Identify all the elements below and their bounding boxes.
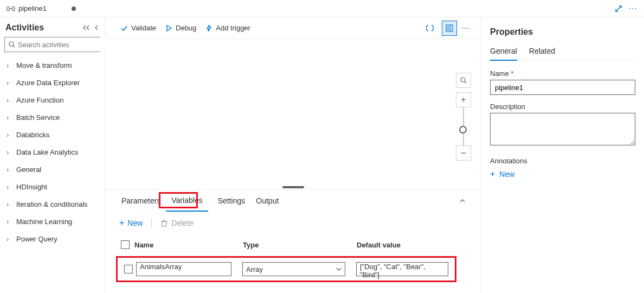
svg-rect-1 xyxy=(12,7,15,11)
svg-line-5 xyxy=(13,46,15,47)
search-field[interactable] xyxy=(18,37,109,52)
more-icon[interactable]: ··· xyxy=(629,4,637,14)
pipeline-canvas[interactable]: + − xyxy=(105,39,481,189)
category-power-query[interactable]: ›Power Query xyxy=(4,230,100,247)
category-azure-data-explorer[interactable]: ›Azure Data Explorer xyxy=(4,74,100,91)
variable-default-input[interactable]: ["Dog", "Cat", "Bear", "Bird"] xyxy=(356,262,448,276)
chevron-right-icon: › xyxy=(7,200,13,208)
expand-icon[interactable] xyxy=(615,5,622,12)
variable-name-input[interactable]: AnimalsArray xyxy=(136,262,231,276)
name-label: Name * xyxy=(490,69,635,78)
category-move-transform[interactable]: ›Move & transform xyxy=(4,56,100,74)
zoom-fit-button[interactable] xyxy=(456,73,471,88)
check-icon xyxy=(120,24,128,32)
separator xyxy=(151,218,152,228)
chevron-right-icon: › xyxy=(7,183,13,191)
pipeline-tab[interactable]: pipeline1 xyxy=(0,0,82,17)
svg-rect-14 xyxy=(162,221,166,226)
collapse-chevron-icon[interactable] xyxy=(94,24,99,31)
bottom-tabs: Parameters Variables Settings Output xyxy=(105,190,481,212)
tab-settings[interactable]: Settings xyxy=(212,190,251,212)
chevron-right-icon: › xyxy=(7,131,13,139)
tab-title: pipeline1 xyxy=(18,4,47,12)
variables-header-row: Name Type Default value xyxy=(116,237,470,253)
svg-rect-0 xyxy=(7,7,9,11)
svg-point-12 xyxy=(461,78,465,82)
zoom-in-button[interactable]: + xyxy=(456,92,471,107)
svg-point-4 xyxy=(9,42,14,46)
add-trigger-button[interactable]: Add trigger xyxy=(201,17,255,39)
chevron-right-icon: › xyxy=(7,79,13,87)
trash-icon xyxy=(160,219,168,227)
description-field[interactable] xyxy=(490,113,635,145)
delete-variable-button: Delete xyxy=(157,216,196,230)
zoom-slider-thumb[interactable] xyxy=(459,126,467,133)
chevron-down-icon xyxy=(336,267,342,271)
name-field[interactable] xyxy=(490,80,635,95)
properties-toggle-button[interactable] xyxy=(442,21,457,36)
properties-title: Properties xyxy=(490,27,635,37)
chevron-right-icon: › xyxy=(7,235,13,243)
col-default: Default value xyxy=(357,241,465,249)
play-icon xyxy=(165,24,172,32)
collapse-double-chevron-icon[interactable] xyxy=(83,24,91,31)
validate-button[interactable]: Validate xyxy=(116,17,160,39)
variable-type-select[interactable]: Array xyxy=(242,262,345,276)
new-variable-button[interactable]: + New xyxy=(116,216,146,230)
new-annotation-button[interactable]: + New xyxy=(490,169,635,179)
more-icon[interactable]: ··· xyxy=(461,23,470,33)
svg-line-13 xyxy=(465,81,466,83)
zoom-slider[interactable] xyxy=(463,107,464,145)
col-type: Type xyxy=(243,241,357,249)
chevron-right-icon: › xyxy=(7,218,13,226)
variable-row-highlight: AnimalsArray Array ["Dog", "Cat", "Bear"… xyxy=(116,256,456,282)
annotations-label: Annotations xyxy=(490,157,635,165)
plus-icon: + xyxy=(490,169,495,179)
highlight-variables-tab xyxy=(159,192,198,208)
zoom-out-button[interactable]: − xyxy=(456,145,471,161)
tab-output[interactable]: Output xyxy=(250,190,284,212)
unsaved-indicator-icon xyxy=(72,7,76,11)
tab-related[interactable]: Related xyxy=(529,47,555,60)
description-label: Description xyxy=(490,103,635,111)
svg-line-3 xyxy=(616,6,621,11)
category-machine-learning[interactable]: ›Machine Learning xyxy=(4,213,100,230)
category-iteration-conditionals[interactable]: ›Iteration & conditionals xyxy=(4,195,100,213)
pipeline-icon xyxy=(7,4,15,13)
tab-general[interactable]: General xyxy=(490,47,517,61)
select-all-checkbox[interactable] xyxy=(121,240,130,249)
category-azure-function[interactable]: ›Azure Function xyxy=(4,91,100,109)
chevron-right-icon: › xyxy=(7,113,13,122)
category-hdinsight[interactable]: ›HDInsight xyxy=(4,178,100,195)
chevron-right-icon: › xyxy=(7,61,13,69)
activities-title: Activities xyxy=(5,23,44,33)
plus-icon: + xyxy=(119,218,124,228)
properties-panel: Properties General Related Name * Descri… xyxy=(481,17,644,293)
debug-button[interactable]: Debug xyxy=(160,17,201,39)
lightning-icon xyxy=(205,24,212,32)
col-name: Name xyxy=(134,241,243,249)
chevron-right-icon: › xyxy=(7,96,13,104)
panel-resize-handle[interactable] xyxy=(282,186,304,188)
category-general[interactable]: ›General xyxy=(4,161,100,178)
row-checkbox[interactable] xyxy=(124,265,133,273)
activities-panel: Activities ›Move & transform › xyxy=(0,17,105,293)
collapse-panel-button[interactable] xyxy=(455,198,470,203)
search-icon xyxy=(8,41,16,48)
chevron-right-icon: › xyxy=(7,165,13,174)
svg-marker-6 xyxy=(167,26,171,31)
search-input[interactable] xyxy=(4,37,100,52)
pipeline-toolbar: Validate Debug Add trigger xyxy=(105,17,481,39)
chevron-right-icon: › xyxy=(7,148,13,156)
category-databricks[interactable]: ›Databricks xyxy=(4,126,100,143)
category-data-lake-analytics[interactable]: ›Data Lake Analytics xyxy=(4,143,100,161)
json-view-button[interactable] xyxy=(422,21,437,36)
category-batch-service[interactable]: ›Batch Service xyxy=(4,109,100,126)
top-tab-bar: pipeline1 ··· xyxy=(0,0,644,17)
